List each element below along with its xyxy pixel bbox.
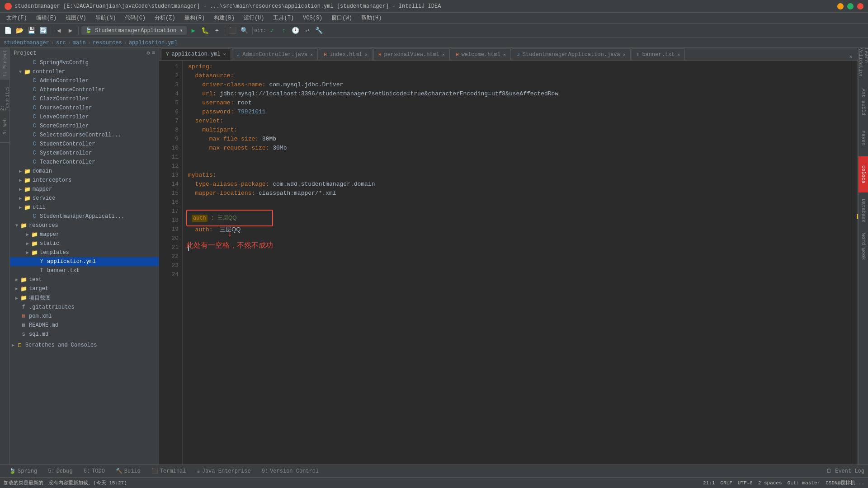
tree-item-teachercontroller[interactable]: C TeacherController: [10, 158, 159, 167]
tree-item-application-yml[interactable]: Y application.yml: [10, 257, 159, 266]
bottom-tab-java-enterprise[interactable]: ☕ Java Enterprise: [191, 465, 256, 478]
run-config-dropdown[interactable]: 🍃 StudentmanagerApplication ▾: [81, 26, 187, 35]
tree-item-static[interactable]: ▶ 📁 static: [10, 239, 159, 248]
tree-item-controller[interactable]: ▼ 📁 controller: [10, 67, 159, 76]
menu-window[interactable]: 窗口(W): [328, 13, 356, 23]
code-area[interactable]: ▼ spring: ▼ datasource: driver-class-nam…: [183, 61, 853, 465]
run-btn[interactable]: ▶: [189, 26, 198, 36]
tab-close-personal[interactable]: ✕: [442, 52, 445, 57]
tree-item-systemcontroller[interactable]: C SystemController: [10, 149, 159, 158]
tab-close-index[interactable]: ✕: [365, 52, 368, 57]
event-log-label[interactable]: 🗒 Event Log: [826, 468, 864, 474]
tab-banner[interactable]: T banner.txt ✕: [632, 48, 685, 60]
menu-tools[interactable]: 工具(T): [269, 13, 297, 23]
menu-code[interactable]: 代码(C): [121, 13, 149, 23]
tree-item-gitattributes[interactable]: f .gitattributes: [10, 303, 159, 312]
menu-edit[interactable]: 编辑(E): [33, 13, 61, 23]
minimize-button[interactable]: [837, 3, 844, 9]
right-tab-wordbook[interactable]: Word Book: [859, 229, 868, 265]
tree-item-service[interactable]: ▶ 📁 service: [10, 194, 159, 203]
sidebar-settings-btn[interactable]: ⚙: [147, 50, 150, 56]
menu-view[interactable]: 视图(V): [62, 13, 90, 23]
git-undo-btn[interactable]: ↩: [302, 26, 312, 36]
tab-application-yml[interactable]: Y application.yml ✕: [161, 48, 231, 60]
debug-btn[interactable]: 🐛: [200, 26, 210, 36]
tree-item-mapper-res[interactable]: ▶ 📁 mapper: [10, 230, 159, 239]
bottom-tab-version-control[interactable]: 9: Version Control: [256, 465, 324, 478]
menu-analyze[interactable]: 分析(Z): [151, 13, 179, 23]
tree-item-studentmanagerapplication[interactable]: C StudentmanagerApplicati...: [10, 212, 159, 221]
left-tab-web[interactable]: 3: Web: [0, 111, 10, 143]
bottom-tab-debug[interactable]: 5: Debug: [42, 465, 78, 478]
right-tab-database[interactable]: Database: [859, 192, 868, 229]
status-position[interactable]: 21:1: [703, 480, 715, 486]
status-crlf[interactable]: CRLF: [720, 480, 732, 486]
menu-help[interactable]: 帮助(H): [358, 13, 386, 23]
tree-item-resources[interactable]: ▼ 📁 resources: [10, 221, 159, 230]
right-tab-ant-build[interactable]: Ant Build: [859, 84, 868, 120]
tree-item-screenshots[interactable]: ▶ 📁 项目截图: [10, 293, 159, 303]
status-encoding[interactable]: UTF-8: [738, 480, 753, 486]
tab-close-smapp[interactable]: ✕: [623, 52, 626, 57]
tree-item-studentcontroller[interactable]: C StudentController: [10, 140, 159, 149]
breadcrumb-main[interactable]: main: [73, 40, 86, 46]
git-history-btn[interactable]: 🕐: [291, 26, 301, 36]
breadcrumb-src[interactable]: src: [56, 40, 66, 46]
tab-close-banner[interactable]: ✕: [677, 52, 680, 57]
tree-item-scratches[interactable]: ▶ 🗒 Scratches and Consoles: [10, 341, 159, 350]
tab-close-admin[interactable]: ✕: [310, 52, 313, 57]
toolbar-new-btn[interactable]: 📄: [3, 26, 13, 36]
sidebar-expand-btn[interactable]: ≡: [152, 50, 155, 56]
settings-btn[interactable]: 🔧: [314, 26, 324, 36]
status-spaces[interactable]: 2 spaces: [758, 480, 782, 486]
coverage-btn[interactable]: ☂: [212, 26, 222, 36]
tab-index-html[interactable]: H index.html ✕: [319, 48, 373, 60]
right-tab-maven[interactable]: Maven: [859, 120, 868, 156]
git-update-btn[interactable]: ↑: [279, 26, 289, 36]
tab-close-yaml[interactable]: ✕: [223, 52, 226, 57]
tab-close-welcome[interactable]: ✕: [503, 52, 506, 57]
maximize-button[interactable]: [847, 3, 854, 9]
tree-item-mapper[interactable]: ▶ 📁 mapper: [10, 185, 159, 194]
tree-item-domain[interactable]: ▶ 📁 domain: [10, 167, 159, 176]
git-check-btn[interactable]: ✓: [267, 26, 277, 36]
toolbar-save-btn[interactable]: 💾: [26, 26, 36, 36]
scrollbar[interactable]: [853, 61, 858, 465]
tree-item-sql[interactable]: s sql.md: [10, 330, 159, 339]
toolbar-sync-btn[interactable]: 🔄: [38, 26, 48, 36]
tree-item-interceptors[interactable]: ▶ 📁 interceptors: [10, 176, 159, 185]
bottom-tab-terminal[interactable]: ⬛ Terminal: [146, 465, 192, 478]
bottom-tab-build[interactable]: 🔨 Build: [110, 465, 146, 478]
left-tab-favorites[interactable]: 2: Favorites: [0, 80, 10, 111]
tree-item-scorecontroller[interactable]: C ScoreController: [10, 122, 159, 131]
bottom-tab-spring[interactable]: 🍃 Spring: [4, 465, 42, 478]
tree-item-templates[interactable]: ▶ 📁 templates: [10, 248, 159, 257]
menu-vcs[interactable]: VCS(S): [299, 14, 326, 22]
tab-welcome[interactable]: H welcome.html ✕: [451, 48, 511, 60]
tree-item-selectedcourse[interactable]: C SelectedCourseControll...: [10, 131, 159, 140]
toolbar-open-btn[interactable]: 📂: [14, 26, 24, 36]
tree-item-readme[interactable]: m README.md: [10, 321, 159, 330]
tree-item-leavecontroller[interactable]: C LeaveController: [10, 113, 159, 122]
breadcrumb-root[interactable]: studentmanager: [4, 40, 49, 46]
breadcrumb-file[interactable]: application.yml: [129, 40, 178, 46]
tree-item-admincontroller[interactable]: C AdminController: [10, 76, 159, 85]
tree-item-test[interactable]: ▶ 📁 test: [10, 275, 159, 284]
tree-item-banner-txt[interactable]: T banner.txt: [10, 266, 159, 275]
tree-item-attendancecontroller[interactable]: C AttendanceController: [10, 85, 159, 94]
status-git[interactable]: Git: master: [788, 480, 821, 486]
tab-admincontroller[interactable]: J AdminController.java ✕: [232, 48, 318, 60]
menu-refactor[interactable]: 重构(R): [181, 13, 209, 23]
right-tab-coloca[interactable]: Coloca: [859, 156, 868, 192]
right-tab-learn[interactable]: Learn Validation: [859, 48, 868, 84]
stop-btn[interactable]: ⬛: [228, 26, 238, 36]
tree-item-coursecontroller[interactable]: C CourseController: [10, 103, 159, 113]
menu-navigate[interactable]: 导航(N): [92, 13, 120, 23]
search-btn[interactable]: 🔍: [240, 26, 250, 36]
menu-build[interactable]: 构建(B): [210, 13, 238, 23]
bottom-tab-todo[interactable]: 6: TODO: [78, 465, 110, 478]
toolbar-back-btn[interactable]: ◀: [54, 26, 64, 36]
tree-item-springmvcconfig[interactable]: C SpringMvcConfig: [10, 58, 159, 67]
menu-file[interactable]: 文件(F): [3, 13, 31, 23]
tab-overflow[interactable]: »: [846, 54, 856, 60]
